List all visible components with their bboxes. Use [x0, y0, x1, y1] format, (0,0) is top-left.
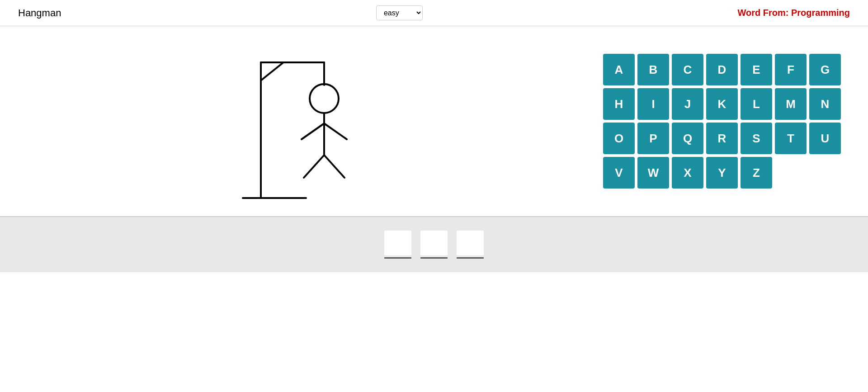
- svg-point-5: [310, 84, 339, 113]
- svg-line-9: [304, 155, 324, 178]
- key-btn-t[interactable]: T: [775, 123, 807, 154]
- letter-display: [384, 231, 411, 255]
- letter-underline: [457, 257, 484, 259]
- key-btn-g[interactable]: G: [809, 54, 841, 85]
- word-from: Word From: Programming: [737, 8, 850, 18]
- app-title: Hangman: [18, 7, 61, 19]
- key-btn-y[interactable]: Y: [706, 157, 738, 189]
- hangman-canvas: [18, 35, 594, 207]
- key-btn-e[interactable]: E: [741, 54, 772, 85]
- key-btn-k[interactable]: K: [706, 88, 738, 120]
- key-btn-f[interactable]: F: [775, 54, 807, 85]
- word-area: [0, 216, 868, 272]
- key-btn-a[interactable]: A: [603, 54, 635, 85]
- key-btn-b[interactable]: B: [637, 54, 669, 85]
- keyboard-row: VWXYZ: [603, 157, 841, 189]
- key-btn-n[interactable]: N: [809, 88, 841, 120]
- main-area: ABCDEFGHIJKLMNOPQRSTUVWXYZ: [0, 26, 868, 216]
- key-btn-m[interactable]: M: [775, 88, 807, 120]
- key-btn-l[interactable]: L: [741, 88, 772, 120]
- keyboard-area: ABCDEFGHIJKLMNOPQRSTUVWXYZ: [594, 35, 850, 207]
- letter-box: [457, 231, 484, 259]
- key-btn-z[interactable]: Z: [741, 157, 772, 189]
- key-btn-u[interactable]: U: [809, 123, 841, 154]
- key-btn-i[interactable]: I: [637, 88, 669, 120]
- key-btn-d[interactable]: D: [706, 54, 738, 85]
- svg-line-7: [302, 123, 324, 139]
- keyboard-row: OPQRSTU: [603, 123, 841, 154]
- key-btn-w[interactable]: W: [637, 157, 669, 189]
- key-btn-x[interactable]: X: [672, 157, 703, 189]
- key-btn-r[interactable]: R: [706, 123, 738, 154]
- word-from-value: Programming: [791, 8, 850, 18]
- key-btn-p[interactable]: P: [637, 123, 669, 154]
- svg-line-3: [261, 62, 283, 80]
- key-btn-s[interactable]: S: [741, 123, 772, 154]
- letter-display: [457, 231, 484, 255]
- key-btn-q[interactable]: Q: [672, 123, 703, 154]
- difficulty-select[interactable]: easy medium hard: [376, 5, 423, 20]
- key-btn-c[interactable]: C: [672, 54, 703, 85]
- letter-underline: [420, 257, 448, 259]
- keyboard-row: ABCDEFG: [603, 54, 841, 85]
- key-btn-h[interactable]: H: [603, 88, 635, 120]
- svg-line-8: [324, 123, 347, 139]
- letter-underline: [384, 257, 411, 259]
- svg-line-10: [324, 155, 344, 178]
- key-btn-v[interactable]: V: [603, 157, 635, 189]
- letter-box: [420, 231, 448, 259]
- key-btn-j[interactable]: J: [672, 88, 703, 120]
- keyboard-row: HIJKLMN: [603, 88, 841, 120]
- letter-display: [420, 231, 448, 255]
- word-from-label: Word From:: [737, 8, 788, 18]
- hangman-svg: [216, 35, 396, 207]
- app-header: Hangman easy medium hard Word From: Prog…: [0, 0, 868, 26]
- letter-box: [384, 231, 411, 259]
- key-btn-o[interactable]: O: [603, 123, 635, 154]
